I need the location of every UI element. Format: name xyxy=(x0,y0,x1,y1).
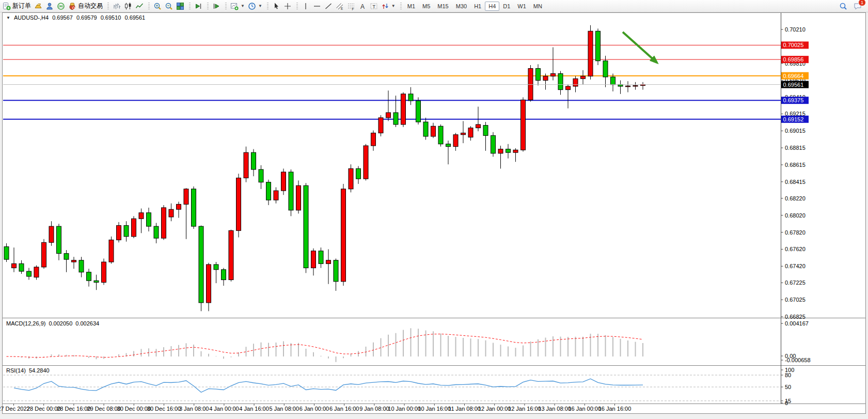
candlestick xyxy=(349,168,353,189)
candlestick xyxy=(596,31,601,60)
gold-ingot-button[interactable] xyxy=(33,1,44,11)
candlestick xyxy=(543,76,548,80)
account-button[interactable] xyxy=(44,1,55,11)
cursor-tool-button[interactable] xyxy=(271,1,282,11)
candlestick xyxy=(87,272,91,281)
svg-text:13 Jan 08:00: 13 Jan 08:00 xyxy=(538,406,571,412)
chevron-down-icon: ▼ xyxy=(241,4,245,8)
search-button[interactable] xyxy=(838,1,848,11)
tile-windows-icon xyxy=(176,2,184,10)
svg-text:6 Jan 16:00: 6 Jan 16:00 xyxy=(329,406,359,412)
svg-text:5 Jan 08:00: 5 Jan 08:00 xyxy=(270,406,299,412)
svg-text:0.68020: 0.68020 xyxy=(785,212,806,219)
trendline-tool-button[interactable] xyxy=(323,1,334,11)
candlestick xyxy=(147,213,151,226)
candlestick xyxy=(551,73,556,76)
candlestick xyxy=(476,125,481,128)
candlestick xyxy=(42,242,46,267)
svg-text:E: E xyxy=(341,7,343,10)
vertical-line-tool-icon xyxy=(302,2,310,10)
svg-text:0.69664: 0.69664 xyxy=(783,73,804,79)
timeframe-w1-button[interactable]: W1 xyxy=(514,2,530,11)
rsi-indicator-label: RSI(14) 54.2840 xyxy=(6,367,50,374)
timeframe-m30-button[interactable]: M30 xyxy=(452,2,470,11)
svg-text:50: 50 xyxy=(785,384,791,390)
notifications-button[interactable]: 1 xyxy=(853,1,863,11)
fibonacci-tool-button[interactable]: F xyxy=(345,1,357,11)
candlestick xyxy=(19,263,24,271)
candlestick xyxy=(12,263,17,268)
candlestick xyxy=(124,225,129,236)
svg-text:12 Jan 00:00: 12 Jan 00:00 xyxy=(478,406,511,412)
candlestick xyxy=(618,85,623,86)
svg-text:A: A xyxy=(360,3,365,10)
svg-text:0.66825: 0.66825 xyxy=(785,314,806,320)
auto-trading-button[interactable]: 自动交易 xyxy=(67,1,104,11)
toolbar-right-icons: 1 xyxy=(838,1,868,11)
candlestick xyxy=(603,61,608,77)
bar-chart-mode-button[interactable] xyxy=(111,1,122,11)
candlestick xyxy=(109,240,114,262)
svg-text:16 Jan 16:00: 16 Jan 16:00 xyxy=(598,406,632,412)
crosshair-tool-button[interactable] xyxy=(282,1,293,11)
price-chart-canvas: 0.702100.700100.698100.696100.694100.692… xyxy=(0,0,868,419)
candlestick xyxy=(438,126,443,144)
signals-button[interactable] xyxy=(55,1,67,11)
text-label-tool-button[interactable]: T xyxy=(368,1,380,11)
candlestick-mode-button[interactable] xyxy=(122,1,134,11)
svg-text:6 Jan 00:00: 6 Jan 00:00 xyxy=(299,406,329,412)
equidistant-channel-tool-button[interactable]: E xyxy=(334,1,345,11)
bar-close-value: 0.69561 xyxy=(124,14,145,21)
chevron-down-icon: ▼ xyxy=(258,4,262,8)
candlestick xyxy=(536,69,541,81)
candlestick xyxy=(573,79,578,86)
timeframe-m5-button[interactable]: M5 xyxy=(419,2,434,11)
signals-icon xyxy=(57,2,65,10)
vertical-line-tool-button[interactable] xyxy=(300,1,311,11)
notification-badge: 1 xyxy=(858,0,866,6)
profiles-icon xyxy=(248,2,256,10)
zoom-in-button[interactable] xyxy=(152,1,163,11)
candlestick xyxy=(102,262,106,282)
candlestick xyxy=(386,113,391,118)
new-chart-button[interactable]: ▼ xyxy=(229,1,246,11)
timeframe-m15-button[interactable]: M15 xyxy=(434,2,452,11)
arrows-tool-button[interactable]: ▼ xyxy=(380,1,397,11)
auto-trading-label: 自动交易 xyxy=(78,2,103,10)
chevron-down-icon: ▼ xyxy=(391,4,396,8)
candlestick xyxy=(154,226,159,238)
main-toolbar: 新订单自动交易▼▼EFAT▼ M1M5M15M30H1H4D1W1MN 1 xyxy=(0,0,868,12)
bar-low-value: 0.69510 xyxy=(101,14,121,21)
chart-dropdown-icon[interactable]: ▼ xyxy=(6,15,10,20)
candlestick xyxy=(319,251,323,264)
timeframe-mn-button[interactable]: MN xyxy=(530,2,546,11)
svg-text:0.67225: 0.67225 xyxy=(785,280,806,286)
profiles-button[interactable]: ▼ xyxy=(246,1,264,11)
line-chart-mode-button[interactable] xyxy=(134,1,145,11)
candlestick xyxy=(491,135,496,153)
candlestick xyxy=(296,185,301,210)
timeframe-h4-button[interactable]: H4 xyxy=(485,2,499,11)
new-order-button[interactable]: 新订单 xyxy=(1,1,33,11)
zoom-out-button[interactable] xyxy=(163,1,175,11)
svg-text:0.68415: 0.68415 xyxy=(785,179,806,185)
text-label-tool-icon: T xyxy=(370,2,378,10)
svg-text:27 Dec 2022: 27 Dec 2022 xyxy=(0,406,30,412)
auto-scroll-button[interactable] xyxy=(193,1,204,11)
svg-text:16 Jan 00:00: 16 Jan 00:00 xyxy=(568,406,601,412)
new-order-icon xyxy=(3,2,11,10)
timeframe-d1-button[interactable]: D1 xyxy=(499,2,514,11)
chart-shift-button[interactable] xyxy=(211,1,222,11)
macd-main-value: 0.002050 xyxy=(49,320,72,327)
timeframe-h1-button[interactable]: H1 xyxy=(470,2,485,11)
timeframe-m1-button[interactable]: M1 xyxy=(404,2,419,11)
candlestick xyxy=(506,149,511,153)
candlestick xyxy=(266,182,271,200)
candlestick xyxy=(558,73,563,89)
text-tool-button[interactable]: A xyxy=(357,1,368,11)
tile-windows-button[interactable] xyxy=(175,1,186,11)
horizontal-line-tool-button[interactable] xyxy=(311,1,323,11)
fibonacci-tool-icon: F xyxy=(347,2,355,10)
svg-text:30 Dec 00:00: 30 Dec 00:00 xyxy=(117,406,151,412)
zoom-in-icon xyxy=(153,2,162,10)
